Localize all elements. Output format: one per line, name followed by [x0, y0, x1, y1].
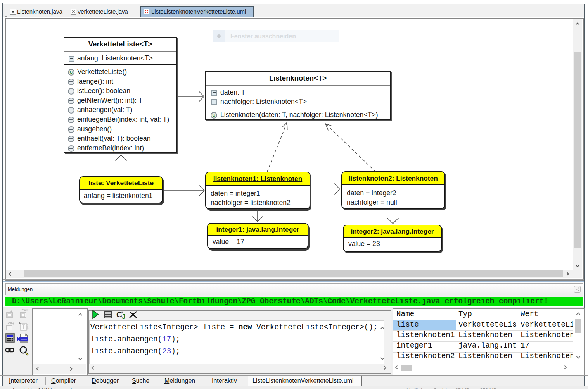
- svg-text:C: C: [116, 310, 122, 319]
- svg-text:J: J: [122, 313, 125, 320]
